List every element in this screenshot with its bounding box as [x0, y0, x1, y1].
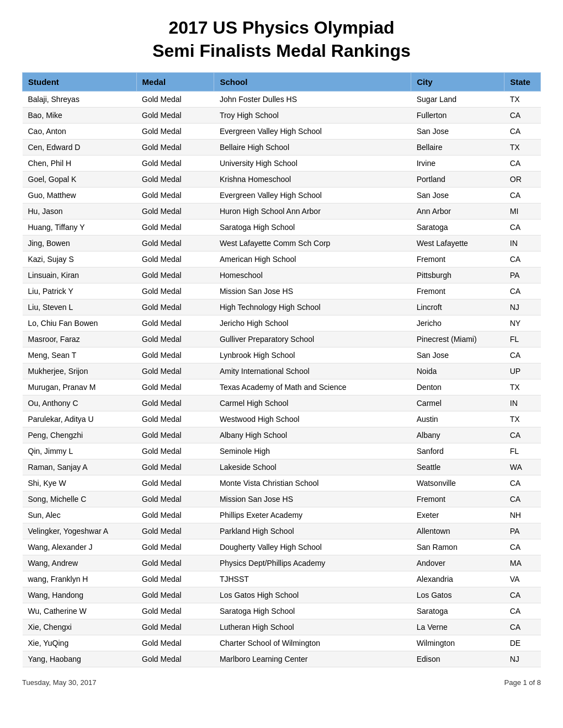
cell-school: Evergreen Valley High School	[214, 188, 411, 204]
cell-city: West Lafayette	[411, 235, 504, 251]
table-row: Jing, BowenGold MedalWest Lafayette Comm…	[23, 235, 541, 251]
cell-state: CA	[504, 475, 541, 491]
cell-state: TX	[504, 92, 541, 108]
table-row: Linsuain, KiranGold MedalHomeschoolPitts…	[23, 267, 541, 283]
cell-city: Bellaire	[411, 140, 504, 156]
table-body: Balaji, ShreyasGold MedalJohn Foster Dul…	[23, 92, 541, 667]
table-row: Kazi, Sujay SGold MedalAmerican High Sch…	[23, 251, 541, 267]
cell-student: Hu, Jason	[23, 204, 137, 220]
cell-state: CA	[504, 108, 541, 124]
cell-state: UP	[504, 363, 541, 379]
cell-medal: Gold Medal	[136, 188, 214, 204]
cell-student: Cen, Edward D	[23, 140, 137, 156]
cell-city: Pittsburgh	[411, 267, 504, 283]
cell-city: Fremont	[411, 491, 504, 507]
cell-medal: Gold Medal	[136, 603, 214, 619]
rankings-table: Student Medal School City State Balaji, …	[22, 72, 541, 667]
cell-student: Qin, Jimmy L	[23, 443, 137, 459]
cell-medal: Gold Medal	[136, 523, 214, 539]
cell-student: Wang, Andrew	[23, 555, 137, 571]
cell-state: DE	[504, 635, 541, 651]
table-row: Sun, AlecGold MedalPhillips Exeter Acade…	[23, 507, 541, 523]
table-row: Wang, AndrewGold MedalPhysics Dept/Phill…	[23, 555, 541, 571]
cell-student: Jing, Bowen	[23, 235, 137, 251]
table-row: Bao, MikeGold MedalTroy High SchoolFulle…	[23, 108, 541, 124]
table-row: Meng, Sean TGold MedalLynbrook High Scho…	[23, 347, 541, 363]
cell-school: Westwood High School	[214, 411, 411, 427]
cell-state: CA	[504, 188, 541, 204]
page-title-line2: Semi Finalists Medal Rankings	[22, 40, 541, 63]
cell-city: Sanford	[411, 443, 504, 459]
cell-student: Wu, Catherine W	[23, 603, 137, 619]
cell-city: Pinecrest (Miami)	[411, 331, 504, 347]
cell-state: FL	[504, 331, 541, 347]
cell-medal: Gold Medal	[136, 235, 214, 251]
table-row: Song, Michelle CGold MedalMission San Jo…	[23, 491, 541, 507]
col-header-state: State	[504, 73, 541, 92]
cell-school: Los Gatos High School	[214, 587, 411, 603]
cell-medal: Gold Medal	[136, 363, 214, 379]
cell-state: CA	[504, 619, 541, 635]
cell-medal: Gold Medal	[136, 619, 214, 635]
cell-school: Gulliver Preparatory School	[214, 331, 411, 347]
cell-medal: Gold Medal	[136, 315, 214, 331]
cell-student: Chen, Phil H	[23, 156, 137, 172]
cell-school: Parkland High School	[214, 523, 411, 539]
cell-school: Homeschool	[214, 267, 411, 283]
cell-state: CA	[504, 491, 541, 507]
cell-student: Huang, Tiffany Y	[23, 220, 137, 235]
cell-medal: Gold Medal	[136, 555, 214, 571]
cell-student: Shi, Kye W	[23, 475, 137, 491]
cell-school: Saratoga High School	[214, 603, 411, 619]
cell-student: Song, Michelle C	[23, 491, 137, 507]
cell-school: Saratoga High School	[214, 220, 411, 235]
cell-school: Huron High School Ann Arbor	[214, 204, 411, 220]
cell-student: Xie, Chengxi	[23, 619, 137, 635]
cell-medal: Gold Medal	[136, 443, 214, 459]
cell-student: Cao, Anton	[23, 124, 137, 140]
cell-city: San Jose	[411, 188, 504, 204]
cell-state: MA	[504, 555, 541, 571]
cell-city: Exeter	[411, 507, 504, 523]
cell-state: TX	[504, 379, 541, 395]
cell-city: Ann Arbor	[411, 204, 504, 220]
cell-state: CA	[504, 156, 541, 172]
cell-state: NJ	[504, 651, 541, 667]
cell-medal: Gold Medal	[136, 92, 214, 108]
cell-student: Liu, Steven L	[23, 299, 137, 315]
col-header-school: School	[214, 73, 411, 92]
cell-city: Portland	[411, 172, 504, 188]
cell-city: Saratoga	[411, 220, 504, 235]
cell-medal: Gold Medal	[136, 283, 214, 299]
cell-medal: Gold Medal	[136, 507, 214, 523]
cell-medal: Gold Medal	[136, 395, 214, 411]
cell-state: CA	[504, 283, 541, 299]
table-row: Huang, Tiffany YGold MedalSaratoga High …	[23, 220, 541, 235]
cell-city: Fremont	[411, 251, 504, 267]
table-row: Ou, Anthony CGold MedalCarmel High Schoo…	[23, 395, 541, 411]
cell-medal: Gold Medal	[136, 331, 214, 347]
cell-school: Carmel High School	[214, 395, 411, 411]
col-header-medal: Medal	[136, 73, 214, 92]
table-row: Liu, Patrick YGold MedalMission San Jose…	[23, 283, 541, 299]
cell-state: FL	[504, 443, 541, 459]
cell-school: Amity International School	[214, 363, 411, 379]
cell-school: Jericho High School	[214, 315, 411, 331]
cell-student: Meng, Sean T	[23, 347, 137, 363]
page-header: 2017 US Physics Olympiad Semi Finalists …	[22, 17, 541, 62]
cell-city: Andover	[411, 555, 504, 571]
cell-medal: Gold Medal	[136, 220, 214, 235]
cell-state: NJ	[504, 299, 541, 315]
table-row: Chen, Phil HGold MedalUniversity High Sc…	[23, 156, 541, 172]
cell-state: NH	[504, 507, 541, 523]
cell-school: Lutheran High School	[214, 619, 411, 635]
cell-city: San Jose	[411, 124, 504, 140]
cell-medal: Gold Medal	[136, 124, 214, 140]
cell-student: Liu, Patrick Y	[23, 283, 137, 299]
cell-medal: Gold Medal	[136, 635, 214, 651]
cell-school: Physics Dept/Phillips Academy	[214, 555, 411, 571]
cell-state: NY	[504, 315, 541, 331]
cell-school: Charter School of Wilmington	[214, 635, 411, 651]
cell-student: wang, Franklyn H	[23, 571, 137, 587]
cell-student: Wang, Handong	[23, 587, 137, 603]
